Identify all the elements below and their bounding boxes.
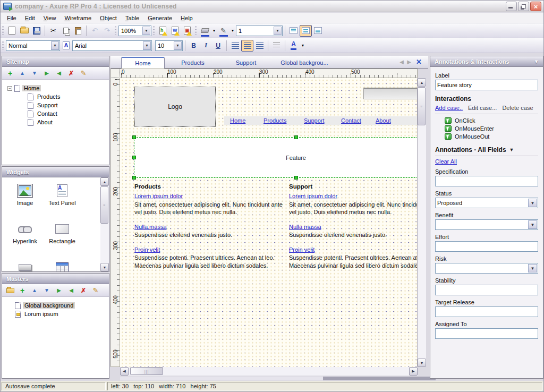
- tab-home[interactable]: Home: [121, 57, 165, 69]
- paste-button[interactable]: [72, 25, 84, 37]
- menu-table[interactable]: Table: [121, 14, 143, 22]
- nav-link-about[interactable]: About: [376, 117, 391, 124]
- menu-wireframe[interactable]: Wireframe: [60, 14, 96, 22]
- selection-handle[interactable]: [132, 135, 136, 139]
- label-input[interactable]: [435, 80, 538, 90]
- event-onmouseout[interactable]: OnMouseOut: [445, 133, 538, 140]
- font-combobox[interactable]: Arial ▼: [72, 40, 152, 51]
- add-case-link[interactable]: Add case..: [435, 105, 463, 111]
- generate-word-spec-button[interactable]: W: [169, 25, 181, 37]
- font-color-button[interactable]: A: [287, 40, 300, 52]
- edit-styles-button[interactable]: A: [60, 40, 72, 52]
- scroll-left-arrow[interactable]: ◀: [120, 367, 129, 376]
- selection-handle[interactable]: [132, 156, 136, 159]
- event-onclick[interactable]: OnClick: [445, 117, 538, 124]
- canvas-vertical-scrollbar[interactable]: ▲ ≡ ▼: [418, 78, 426, 367]
- valign-top-button[interactable]: [287, 25, 300, 37]
- event-onmouseenter[interactable]: OnMouseEnter: [445, 125, 538, 132]
- edit-master-button[interactable]: ✎: [91, 286, 100, 295]
- font-color-dropdown[interactable]: ▼: [300, 40, 306, 52]
- selection-handle[interactable]: [132, 176, 136, 180]
- italic-button[interactable]: I: [200, 40, 212, 52]
- new-folder-button[interactable]: [5, 286, 15, 295]
- widget-text-panel[interactable]: Text Panel: [44, 183, 81, 206]
- tab-global-background[interactable]: Global backgrou...: [273, 57, 336, 69]
- indent-button[interactable]: ▶: [42, 69, 52, 78]
- wireframe-link[interactable]: Proin velit: [289, 246, 314, 254]
- chevron-down-icon[interactable]: ▼: [143, 41, 151, 50]
- close-button[interactable]: ×: [530, 2, 541, 11]
- nav-link-support[interactable]: Support: [304, 117, 325, 124]
- line-width-combobox[interactable]: 1 ▼: [236, 25, 283, 36]
- open-button[interactable]: [18, 25, 30, 37]
- wireframe-link[interactable]: Lorem ipsum dolor: [289, 192, 337, 200]
- sitemap-item-contact[interactable]: Contact: [7, 109, 109, 118]
- menu-file[interactable]: File: [3, 14, 21, 22]
- wireframe-canvas[interactable]: Logo Home Products Support Contact About…: [120, 78, 418, 367]
- delete-page-button[interactable]: ✗: [66, 69, 76, 78]
- delete-master-button[interactable]: ✗: [79, 286, 88, 295]
- add-page-button[interactable]: +: [5, 69, 15, 78]
- menu-object[interactable]: Object: [96, 14, 121, 22]
- align-center-button[interactable]: [241, 40, 253, 52]
- export-image-button[interactable]: ▣: [181, 25, 193, 37]
- toolbar-grip[interactable]: [115, 26, 116, 36]
- line-color-dropdown[interactable]: ▼: [230, 25, 236, 37]
- widgets-scrollbar[interactable]: ▲ ≡ ▼: [100, 177, 109, 271]
- master-item-lorum-ipsum[interactable]: Lorum ipsum: [15, 310, 109, 318]
- line-color-button[interactable]: ✎: [217, 25, 230, 37]
- sitemap-item-about[interactable]: About: [7, 118, 109, 126]
- menu-view[interactable]: View: [39, 14, 61, 22]
- scroll-up-arrow[interactable]: ▲: [100, 177, 109, 186]
- nav-link-home[interactable]: Home: [230, 117, 245, 124]
- chevron-down-icon[interactable]: ▼: [142, 27, 150, 35]
- tab-support[interactable]: Support: [222, 57, 270, 69]
- annotations-chevron-icon[interactable]: ▼: [509, 147, 514, 152]
- tab-scroll-left-icon[interactable]: ◀: [400, 59, 404, 65]
- tab-scroll-right-icon[interactable]: ▶: [407, 59, 411, 65]
- nav-link-products[interactable]: Products: [264, 117, 286, 124]
- status-select[interactable]: Proposed▼: [435, 198, 538, 208]
- undo-button[interactable]: ↶: [89, 25, 101, 37]
- move-up-button[interactable]: ▲: [18, 69, 27, 78]
- canvas-horizontal-scrollbar[interactable]: ◀ ||| ▶: [120, 367, 418, 376]
- search-box-placeholder[interactable]: [363, 88, 418, 99]
- bullet-list-button[interactable]: [270, 40, 283, 52]
- effort-input[interactable]: [435, 241, 538, 252]
- edit-page-button[interactable]: ✎: [79, 69, 88, 78]
- fill-color-dropdown[interactable]: ▼: [211, 25, 217, 37]
- scroll-down-arrow[interactable]: ▼: [418, 359, 426, 367]
- master-item-global-background[interactable]: Global background: [15, 301, 109, 310]
- generate-prototype-button[interactable]: h: [157, 25, 169, 37]
- bold-button[interactable]: B: [188, 40, 200, 52]
- menu-edit[interactable]: Edit: [21, 14, 39, 22]
- font-size-combobox[interactable]: 10 ▼: [155, 40, 183, 51]
- chevron-down-icon[interactable]: ▼: [528, 264, 537, 272]
- sitemap-item-home[interactable]: − Home: [7, 84, 109, 92]
- widget-rectangle[interactable]: Rectangle: [44, 221, 81, 244]
- clear-all-link[interactable]: Clear All: [435, 158, 457, 165]
- align-right-button[interactable]: [253, 40, 266, 52]
- sitemap-item-products[interactable]: Products: [7, 92, 109, 101]
- edit-case-link[interactable]: Edit case...: [468, 105, 497, 111]
- tab-close-icon[interactable]: ✕: [416, 58, 422, 66]
- chevron-down-icon[interactable]: ▼: [274, 27, 282, 35]
- toolbar-grip[interactable]: [153, 26, 155, 36]
- wireframe-link[interactable]: Nulla massa: [289, 223, 321, 231]
- sitemap-item-support[interactable]: Support: [7, 101, 109, 109]
- zoom-combobox[interactable]: 100% ▼: [118, 25, 151, 36]
- underline-button[interactable]: U: [212, 40, 224, 52]
- scrollbar-thumb[interactable]: ≡: [418, 87, 426, 125]
- benefit-select[interactable]: ▼: [435, 219, 538, 230]
- collapse-icon[interactable]: −: [7, 86, 12, 91]
- chevron-down-icon[interactable]: ▼: [528, 220, 537, 229]
- wireframe-link[interactable]: Lorem ipsum dolor: [134, 192, 183, 200]
- specification-input[interactable]: [435, 176, 538, 186]
- stability-input[interactable]: [435, 285, 538, 295]
- scroll-up-arrow[interactable]: ▲: [418, 78, 426, 87]
- logo-placeholder[interactable]: Logo: [134, 87, 216, 127]
- outdent-button[interactable]: ◀: [54, 69, 64, 78]
- pane-scroll-strip[interactable]: [120, 377, 426, 380]
- move-up-button[interactable]: ▲: [30, 286, 39, 295]
- wireframe-link[interactable]: Proin velit: [134, 246, 160, 254]
